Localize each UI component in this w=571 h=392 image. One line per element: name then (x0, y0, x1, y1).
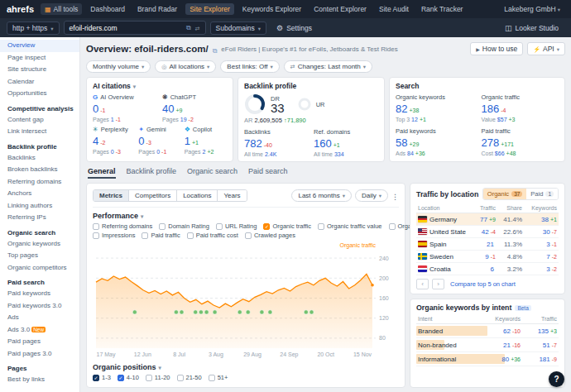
gemini-value[interactable]: 0 (138, 135, 144, 147)
paid-traffic-value[interactable]: 278 (482, 136, 500, 149)
checkbox-url-rating[interactable]: URL Rating (216, 222, 257, 230)
paid-keywords-value[interactable]: 58 (396, 136, 407, 149)
sidebar-item-paid-pages[interactable]: Paid pages (0, 336, 79, 348)
checkbox-paid-traffic[interactable]: Paid traffic (142, 232, 180, 239)
toggle-paid[interactable]: Paid1 (526, 189, 558, 199)
nav-site-explorer[interactable]: Site Explorer (185, 3, 234, 15)
account-menu[interactable]: Lakeberg GmbH (500, 3, 564, 15)
settings-button[interactable]: Settings (271, 22, 318, 35)
checkbox-organic-traffic[interactable]: Organic traffic (263, 222, 311, 230)
performance-heading[interactable]: Performance (93, 212, 399, 220)
page-next-button[interactable]: › (432, 279, 444, 289)
table-row-united-states[interactable]: United States 42-4 22.6% 30-7 (416, 226, 559, 238)
ai-overview-value[interactable]: 0 (93, 103, 98, 115)
how-to-use-button[interactable]: How to use (470, 42, 523, 55)
dr-value[interactable]: 33 (271, 103, 285, 114)
help-button[interactable]: ? (549, 371, 564, 387)
changes-filter[interactable]: Changes: Last month (284, 60, 372, 73)
checkbox-impressions[interactable]: Impressions (93, 232, 135, 239)
chatgpt-value[interactable]: 40 (162, 103, 174, 115)
volume-filter[interactable]: Monthly volume (86, 60, 151, 73)
nav-site-audit[interactable]: Site Audit (375, 3, 413, 15)
checkbox-pos-1-3[interactable]: 1-3 (93, 374, 111, 381)
sidebar-item-page-inspect[interactable]: Page inspect (0, 52, 79, 65)
sidebar-item-calendar[interactable]: Calendar (0, 76, 79, 88)
copilot-value[interactable]: 1 (185, 135, 190, 147)
best-links-filter[interactable]: Best links: Off (220, 60, 279, 73)
organic-traffic-value[interactable]: 186 (482, 103, 500, 115)
perplexity-value[interactable]: 4 (93, 135, 98, 147)
target-input[interactable]: efoil-riders.com (64, 21, 206, 35)
more-options-icon[interactable] (391, 188, 399, 203)
ai-citations-title[interactable]: AI citations (93, 82, 227, 90)
checkbox-pos-11-20[interactable]: 11-20 (146, 374, 170, 381)
tab-general[interactable]: General (88, 167, 116, 179)
swap-icon[interactable] (195, 24, 200, 32)
api-button[interactable]: API (527, 42, 565, 55)
segment-locations[interactable]: Locations (177, 190, 218, 201)
nav-brand-radar[interactable]: Brand Radar (133, 3, 181, 15)
ahrefs-logo[interactable]: ahrefs (7, 4, 34, 14)
scope-select[interactable]: Subdomains (210, 22, 267, 35)
all-tools-button[interactable]: All tools (41, 3, 82, 15)
checkbox-pos-51plus[interactable]: 51+ (209, 374, 228, 381)
compare-top5-link[interactable]: Compare top 5 on chart (450, 280, 516, 288)
segment-years[interactable]: Years (218, 190, 246, 201)
checkbox-domain-rating[interactable]: Domain Rating (159, 222, 209, 230)
nav-content-explorer[interactable]: Content Explorer (309, 3, 371, 15)
checkbox-paid-traffic-cost[interactable]: Paid traffic cost (187, 232, 238, 239)
sidebar-item-organic-competitors[interactable]: Organic competitors (0, 262, 79, 275)
table-row-sweden[interactable]: Sweden 9-1 4.8% 7-2 (416, 251, 559, 263)
segment-competitors[interactable]: Competitors (129, 190, 177, 201)
nav-keywords-explorer[interactable]: Keywords Explorer (238, 3, 305, 15)
table-row-non-branded[interactable]: Non-branded 21-16 51-7 (416, 338, 559, 352)
table-row-spain[interactable]: Spain 21 11.3% 3-1 (416, 238, 559, 251)
sidebar-item-paid-keywords[interactable]: Paid keywords (0, 288, 79, 300)
organic-positions-heading[interactable]: Organic positions (93, 363, 399, 371)
external-link-icon[interactable] (186, 23, 191, 32)
nav-rank-tracker[interactable]: Rank Tracker (417, 3, 468, 15)
checkbox-pos-4-10[interactable]: 4-10 (118, 374, 139, 381)
checkbox-organic-traffic-value[interactable]: Organic traffic value (318, 222, 382, 230)
checkbox-referring-domains[interactable]: Referring domains (93, 222, 152, 230)
sidebar-item-organic-keywords[interactable]: Organic keywords (0, 238, 79, 251)
sidebar-item-best-by-links[interactable]: Best by links (0, 374, 79, 386)
locations-filter[interactable]: All locations (155, 60, 216, 73)
checkbox-crawled-pages[interactable]: Crawled pages (245, 232, 295, 239)
looker-studio-button[interactable]: Looker Studio (499, 22, 564, 35)
date-range-select[interactable]: Last 6 months (291, 189, 352, 202)
sidebar-item-backlinks[interactable]: Backlinks (0, 152, 79, 165)
nav-dashboard[interactable]: Dashboard (86, 3, 129, 15)
sidebar-item-overview[interactable]: Overview (0, 40, 79, 52)
table-row-germany[interactable]: Germany 77+9 41.4% 38+1 (416, 213, 559, 226)
toggle-organic[interactable]: Organic37 (483, 189, 527, 199)
backlinks-value[interactable]: 782 (244, 137, 262, 150)
tab-backlink-profile[interactable]: Backlink profile (127, 167, 177, 179)
table-row-informational[interactable]: Informational 80+36 181-9 (416, 352, 559, 366)
sidebar-item-content-gap[interactable]: Content gap (0, 114, 79, 127)
sidebar-item-ads-3[interactable]: Ads 3.0New (0, 324, 79, 337)
sidebar-item-site-structure[interactable]: Site structure (0, 64, 79, 76)
ref-domains-value[interactable]: 160 (314, 137, 332, 150)
sidebar-item-anchors[interactable]: Anchors (0, 188, 79, 200)
tab-organic-search[interactable]: Organic search (187, 167, 238, 179)
granularity-select[interactable]: Daily (355, 189, 388, 202)
sidebar-item-referring-ips[interactable]: Referring IPs (0, 212, 79, 224)
sidebar-item-ads[interactable]: Ads (0, 312, 79, 324)
sidebar-item-link-intersect[interactable]: Link intersect (0, 126, 79, 138)
tab-paid-search[interactable]: Paid search (248, 167, 288, 179)
sidebar-item-referring-domains[interactable]: Referring domains (0, 176, 79, 189)
page-prev-button[interactable]: ‹ (416, 279, 429, 289)
open-target-icon[interactable] (213, 41, 218, 56)
table-row-branded[interactable]: Branded 62-10 135+3 (416, 324, 559, 338)
sidebar-item-top-pages[interactable]: Top pages (0, 250, 79, 262)
organic-keywords-value[interactable]: 82 (396, 103, 407, 115)
table-row-croatia[interactable]: Croatia 6 3.2% 3-2 (416, 263, 559, 275)
sidebar-item-opportunities[interactable]: Opportunities (0, 88, 79, 100)
protocol-select[interactable]: http + https (7, 22, 60, 35)
sidebar-item-broken-backlinks[interactable]: Broken backlinks (0, 164, 79, 176)
performance-chart[interactable]: 80120160200240Organic traffic17 May12 Ju… (93, 241, 399, 359)
sidebar-item-paid-keywords-3[interactable]: Paid keywords 3.0 (0, 300, 79, 313)
sidebar-item-linking-authors[interactable]: Linking authors (0, 200, 79, 213)
segment-metrics[interactable]: Metrics (94, 190, 129, 201)
